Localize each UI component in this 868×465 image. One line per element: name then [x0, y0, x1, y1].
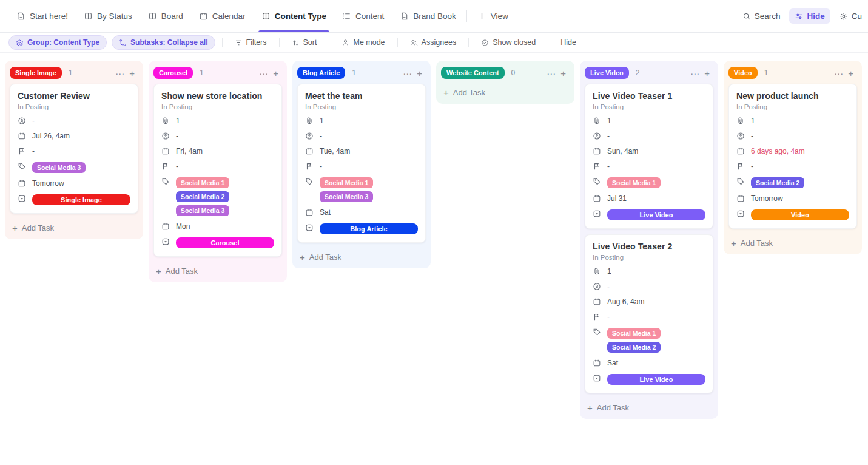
column-status-badge[interactable]: Carousel: [153, 67, 193, 79]
tab-content[interactable]: Content: [334, 0, 392, 32]
task-field-row-tags[interactable]: Social Media 1Social Media 2: [593, 328, 705, 353]
status-pill[interactable]: Carousel: [176, 237, 274, 248]
column-status-badge[interactable]: Video: [728, 67, 758, 79]
add-task-button[interactable]: +Add Task: [153, 262, 200, 277]
task-field-row-date[interactable]: Aug 6, 4am: [593, 297, 705, 307]
tab-content-type[interactable]: Content Type: [254, 0, 334, 32]
column-menu-button[interactable]: ···: [544, 67, 558, 79]
task-card[interactable]: New product launchIn Posting1-6 days ago…: [728, 84, 857, 229]
hide-button[interactable]: Hide: [789, 8, 830, 24]
task-field-row-status[interactable]: Carousel: [161, 237, 274, 248]
column-menu-button[interactable]: ···: [832, 67, 846, 79]
task-field-row-assignee[interactable]: -: [593, 282, 705, 291]
customize-button[interactable]: Cu: [834, 8, 862, 24]
task-card[interactable]: Live Video Teaser 1In Posting1-Sun, 4am-…: [585, 84, 713, 229]
add-view-button[interactable]: View: [469, 0, 516, 32]
task-field-row-attachment[interactable]: 1: [305, 117, 418, 126]
tag-pill[interactable]: Social Media 3: [320, 191, 373, 202]
task-field-row-priority[interactable]: -: [593, 162, 705, 171]
toolbar-hide-button[interactable]: Hide: [555, 36, 582, 49]
task-field-row-date[interactable]: Tomorrow: [18, 179, 130, 188]
task-field-row-status[interactable]: Blog Article: [305, 223, 418, 234]
task-card[interactable]: Live Video Teaser 2In Posting1-Aug 6, 4a…: [585, 234, 713, 393]
add-task-button[interactable]: +Add Task: [10, 219, 56, 234]
column-add-task-button[interactable]: +: [846, 67, 856, 79]
task-field-row-date[interactable]: Sat: [305, 208, 418, 217]
task-field-row-status[interactable]: Video: [736, 209, 849, 220]
show-closed-button[interactable]: Show closed: [476, 36, 541, 49]
task-field-row-assignee[interactable]: -: [161, 132, 274, 141]
task-field-row-status[interactable]: Single Image: [18, 194, 130, 205]
task-field-row-date[interactable]: Sat: [593, 359, 705, 368]
column-menu-button[interactable]: ···: [257, 67, 271, 79]
task-field-row-date[interactable]: 6 days ago, 4am: [736, 147, 849, 156]
status-pill[interactable]: Live Video: [607, 209, 705, 220]
assignees-button[interactable]: Assignees: [405, 36, 462, 49]
task-field-row-status[interactable]: Live Video: [593, 209, 705, 220]
add-task-button[interactable]: +Add Task: [297, 248, 344, 263]
task-field-row-date[interactable]: Sun, 4am: [593, 147, 705, 156]
column-status-badge[interactable]: Single Image: [10, 67, 62, 79]
task-field-row-assignee[interactable]: -: [593, 132, 705, 141]
task-card[interactable]: Customer ReviewIn Posting-Jul 26, 4am-So…: [10, 84, 138, 214]
task-field-row-tags[interactable]: Social Media 1Social Media 3: [305, 177, 418, 202]
column-menu-button[interactable]: ···: [113, 67, 127, 79]
column-status-badge[interactable]: Blog Article: [297, 67, 345, 79]
task-field-row-date[interactable]: Mon: [161, 222, 274, 231]
tag-pill[interactable]: Social Media 2: [607, 342, 661, 353]
subtasks-chip[interactable]: Subtasks: Collapse all: [112, 35, 215, 50]
tag-pill[interactable]: Social Media 3: [32, 162, 86, 173]
status-pill[interactable]: Video: [751, 209, 849, 220]
column-menu-button[interactable]: ···: [400, 67, 414, 79]
group-by-chip[interactable]: Group: Content Type: [8, 35, 107, 50]
tag-pill[interactable]: Social Media 1: [607, 328, 661, 339]
task-field-row-status[interactable]: Live Video: [593, 374, 705, 385]
task-field-row-priority[interactable]: -: [18, 147, 130, 156]
task-field-row-priority[interactable]: -: [305, 162, 418, 171]
task-field-row-attachment[interactable]: 1: [736, 117, 849, 126]
tab-start-here[interactable]: Start here!: [8, 0, 76, 32]
task-field-row-assignee[interactable]: -: [736, 132, 849, 141]
column-status-badge[interactable]: Website Content: [441, 67, 505, 79]
add-task-button[interactable]: +Add Task: [728, 234, 775, 249]
task-field-row-tags[interactable]: Social Media 3: [18, 162, 130, 173]
task-field-row-tags[interactable]: Social Media 1Social Media 2Social Media…: [161, 177, 274, 216]
task-card[interactable]: Meet the teamIn Posting1-Tue, 4am-Social…: [297, 84, 426, 243]
me-mode-button[interactable]: Me mode: [336, 36, 390, 49]
task-field-row-date[interactable]: Jul 26, 4am: [18, 132, 130, 141]
task-field-row-assignee[interactable]: -: [305, 132, 418, 141]
add-task-button[interactable]: +Add Task: [585, 399, 631, 414]
status-pill[interactable]: Live Video: [607, 374, 705, 385]
tab-brand-book[interactable]: Brand Book: [392, 0, 464, 32]
tag-pill[interactable]: Social Media 2: [176, 191, 229, 202]
tag-pill[interactable]: Social Media 2: [751, 177, 804, 188]
task-field-row-attachment[interactable]: 1: [593, 117, 705, 126]
task-field-row-priority[interactable]: -: [736, 162, 849, 171]
tag-pill[interactable]: Social Media 1: [320, 177, 373, 188]
task-field-row-priority[interactable]: -: [593, 313, 705, 322]
filters-button[interactable]: Filters: [229, 36, 272, 49]
column-add-task-button[interactable]: +: [702, 67, 712, 79]
tab-by-status[interactable]: By Status: [76, 0, 140, 32]
task-field-row-attachment[interactable]: 1: [593, 267, 705, 276]
column-add-task-button[interactable]: +: [414, 67, 425, 79]
tab-board[interactable]: Board: [140, 0, 191, 32]
tag-pill[interactable]: Social Media 1: [176, 177, 229, 188]
status-pill[interactable]: Blog Article: [320, 223, 418, 234]
task-field-row-assignee[interactable]: -: [18, 117, 130, 126]
task-field-row-attachment[interactable]: 1: [161, 117, 274, 126]
task-field-row-date[interactable]: Tomorrow: [736, 194, 849, 203]
task-field-row-priority[interactable]: -: [161, 162, 274, 171]
column-add-task-button[interactable]: +: [558, 67, 568, 79]
status-pill[interactable]: Single Image: [32, 194, 130, 205]
column-menu-button[interactable]: ···: [688, 67, 702, 79]
task-card[interactable]: Show new store locationIn Posting1-Fri, …: [153, 84, 282, 257]
task-field-row-tags[interactable]: Social Media 1: [593, 177, 705, 188]
column-add-task-button[interactable]: +: [127, 67, 137, 79]
task-field-row-date[interactable]: Fri, 4am: [161, 147, 274, 156]
add-task-button[interactable]: +Add Task: [441, 84, 488, 99]
tab-calendar[interactable]: Calendar: [191, 0, 254, 32]
sort-button[interactable]: Sort: [286, 36, 323, 49]
task-field-row-date[interactable]: Jul 31: [593, 194, 705, 203]
task-field-row-tags[interactable]: Social Media 2: [736, 177, 849, 188]
